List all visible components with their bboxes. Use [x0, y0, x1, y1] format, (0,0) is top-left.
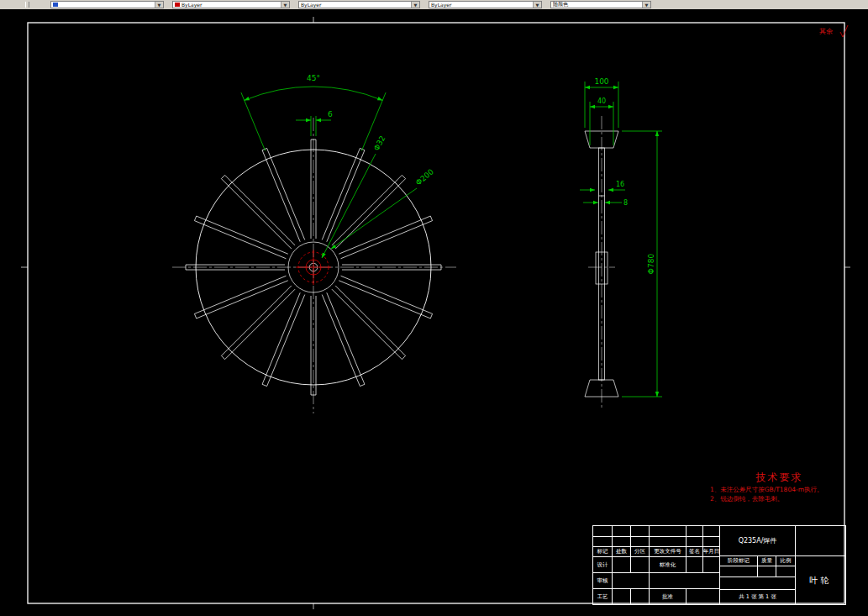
titleblock-cell: [630, 588, 649, 604]
linetype-combo-value: ByLayer: [301, 2, 321, 8]
titleblock-cell: [686, 526, 702, 536]
titleblock-cell: [686, 536, 702, 546]
titleblock-header-zone: 分区: [630, 546, 649, 556]
svg-text:100: 100: [594, 77, 608, 86]
svg-text:8: 8: [623, 199, 628, 207]
svg-text:Φ200: Φ200: [414, 167, 435, 187]
titleblock-sheet-info: 共 1 张 第 1 张: [719, 589, 795, 604]
svg-text:40: 40: [597, 97, 606, 105]
chevron-down-icon[interactable]: ▼: [642, 2, 650, 8]
techreq-line-1: 1、未注公差尺寸按GB/T1804-m执行。: [710, 485, 849, 494]
titleblock-header-count: 处数: [612, 546, 630, 556]
titleblock-part-name: 叶轮: [795, 555, 845, 604]
side-view: 100 40 16 8: [580, 77, 662, 410]
chevron-down-icon[interactable]: ▼: [411, 2, 419, 8]
dimension-d32: Φ32: [322, 134, 387, 258]
titleblock-header-mark: 标记: [593, 546, 612, 556]
svg-text:6: 6: [328, 110, 333, 118]
layer-combo[interactable]: ▼: [50, 1, 164, 8]
titleblock-cell: [630, 526, 649, 536]
titleblock-cell: [686, 556, 702, 572]
titleblock-weight-label: 质量: [757, 555, 776, 566]
titleblock-cell: [686, 588, 719, 604]
titleblock-cell: [702, 536, 719, 546]
svg-text:Φ32: Φ32: [372, 134, 387, 152]
techreq-line-2: 2、锐边倒钝，去除毛刺。: [710, 494, 849, 503]
titleblock-material: Q235A/焊件: [719, 526, 795, 555]
titleblock-cell: [757, 566, 776, 577]
titleblock-cell: [719, 566, 757, 577]
layer-icon: [53, 3, 58, 7]
titleblock-cell: [719, 577, 795, 589]
chevron-down-icon[interactable]: ▼: [533, 2, 541, 8]
titleblock-header-sign: 签名: [686, 546, 702, 556]
lineweight-combo[interactable]: ByLayer ▼: [429, 1, 542, 8]
titleblock-cell: [702, 556, 719, 572]
plotstyle-combo-value: 随颜色: [553, 1, 568, 8]
dimension-d780: Φ780: [622, 131, 662, 397]
titleblock-cell: [795, 526, 845, 555]
titleblock-cell: [612, 556, 630, 572]
titleblock-cell: [630, 536, 649, 546]
titleblock-cell: [612, 588, 630, 604]
dimension-8: 8: [583, 199, 628, 207]
center-marks: [296, 250, 331, 285]
titleblock-header-date: 年月日: [702, 546, 719, 556]
technical-requirements: 技术要求 1、未注公差尺寸按GB/T1804-m执行。 2、锐边倒钝，去除毛刺。: [710, 471, 849, 503]
svg-text:Φ780: Φ780: [647, 254, 655, 275]
titleblock-process-label: 工艺: [593, 588, 612, 604]
titleblock-check-label: 审核: [593, 572, 612, 588]
titleblock-cell: [612, 572, 649, 588]
dimension-6: 6: [296, 110, 333, 136]
titleblock-cell: [612, 526, 630, 536]
titleblock-cell: [702, 526, 719, 536]
titleblock-header-docno: 更改文件号: [649, 546, 686, 556]
surface-note: 其余: [819, 27, 833, 36]
titleblock-stage-label: 阶段标记: [719, 555, 757, 566]
sheet-frame: [21, 17, 850, 609]
toolbar-grip[interactable]: [25, 2, 29, 8]
titleblock-cell: [649, 526, 686, 536]
cad-application-window: ▼ ByLayer ▼ ByLayer ▼ ByLayer ▼ 随颜色 ▼: [0, 0, 868, 616]
color-swatch-icon: [175, 3, 180, 7]
titleblock-standard-label: 标准化: [649, 556, 686, 572]
titleblock-cell: [593, 526, 612, 536]
svg-text:45°: 45°: [307, 74, 320, 82]
color-combo[interactable]: ByLayer ▼: [172, 1, 290, 8]
titleblock-cell: [612, 536, 630, 546]
titleblock-cell: [649, 572, 719, 588]
techreq-title: 技术要求: [710, 471, 849, 485]
chevron-down-icon[interactable]: ▼: [155, 2, 163, 8]
chevron-down-icon[interactable]: ▼: [281, 2, 289, 8]
titleblock-scale-label: 比例: [776, 555, 795, 566]
color-combo-value: ByLayer: [181, 2, 202, 8]
front-view: 45° 6 Φ32 Φ200: [172, 74, 456, 413]
dimension-16: 16: [580, 181, 625, 190]
titleblock-cell: [649, 536, 686, 546]
svg-text:16: 16: [616, 181, 624, 188]
title-block: 标记 处数 分区 更改文件号 签名 年月日 设计 标准化 审核 工艺 批准 Q2…: [592, 525, 846, 605]
linetype-combo[interactable]: ByLayer ▼: [298, 1, 420, 8]
titleblock-cell: [630, 556, 649, 572]
titleblock-cell: [593, 536, 612, 546]
titleblock-cell: [776, 566, 795, 577]
titleblock-design-label: 设计: [593, 556, 612, 572]
lineweight-combo-value: ByLayer: [431, 2, 451, 8]
titleblock-approve-label: 批准: [649, 588, 686, 604]
plotstyle-combo[interactable]: 随颜色 ▼: [550, 1, 651, 8]
